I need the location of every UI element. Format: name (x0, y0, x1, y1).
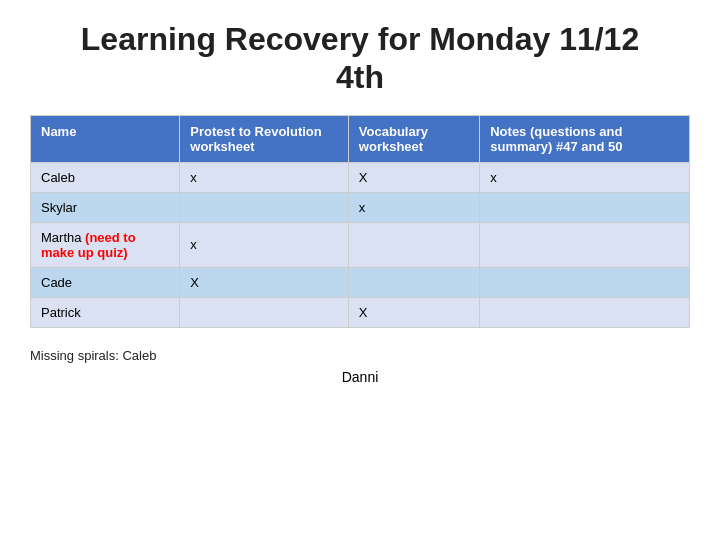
cell-value (348, 267, 479, 297)
table-row: CadeX (31, 267, 690, 297)
cell-value: x (348, 192, 479, 222)
cell-name: Patrick (31, 297, 180, 327)
cell-value (180, 192, 349, 222)
cell-value (480, 192, 690, 222)
table-row: Martha (need to make up quiz)x (31, 222, 690, 267)
danni-label: Danni (30, 369, 690, 385)
cell-name: Cade (31, 267, 180, 297)
learning-recovery-table: Name Protest to Revolution worksheet Voc… (30, 115, 690, 328)
cell-value: x (480, 162, 690, 192)
cell-value (180, 297, 349, 327)
cell-name: Martha (need to make up quiz) (31, 222, 180, 267)
missing-spirals: Missing spirals: Caleb (30, 348, 690, 363)
table-row: CalebxXx (31, 162, 690, 192)
cell-value: X (348, 297, 479, 327)
cell-value: x (180, 162, 349, 192)
table-row: PatrickX (31, 297, 690, 327)
cell-value: X (180, 267, 349, 297)
cell-value (480, 222, 690, 267)
cell-value: X (348, 162, 479, 192)
col-header-vocab: Vocabulary worksheet (348, 115, 479, 162)
cell-value (348, 222, 479, 267)
cell-value: x (180, 222, 349, 267)
col-header-notes: Notes (questions and summary) #47 and 50 (480, 115, 690, 162)
cell-value (480, 267, 690, 297)
page-title: Learning Recovery for Monday 11/12 4th (30, 20, 690, 97)
cell-value (480, 297, 690, 327)
col-header-protest: Protest to Revolution worksheet (180, 115, 349, 162)
table-row: Skylarx (31, 192, 690, 222)
cell-name: Caleb (31, 162, 180, 192)
cell-name: Skylar (31, 192, 180, 222)
col-header-name: Name (31, 115, 180, 162)
